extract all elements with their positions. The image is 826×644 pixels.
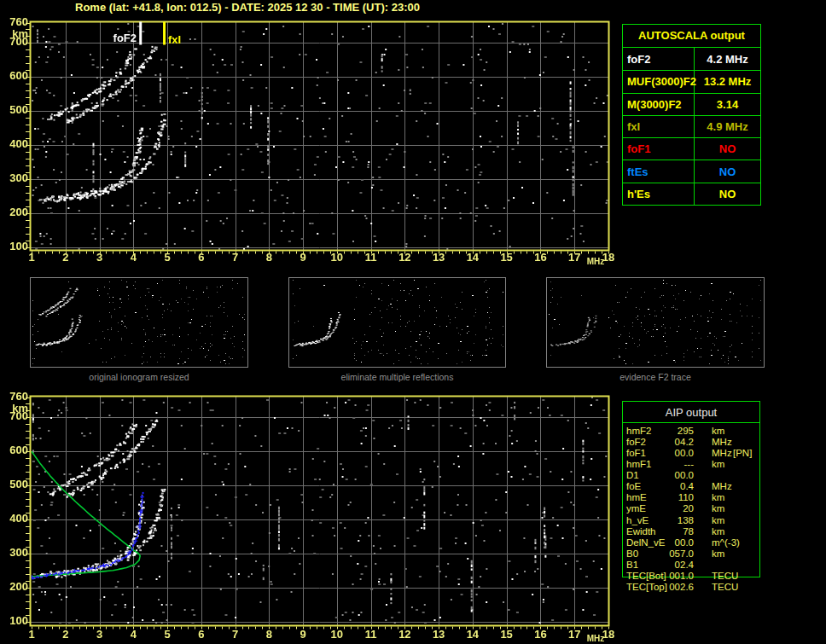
- x-axis-unit-label: MHz: [585, 257, 607, 266]
- top-ionogram-canvas: [26, 20, 611, 256]
- thumbnail-caption-original: original ionogram resized: [30, 372, 248, 382]
- autoscala-row-label: ftEs: [623, 160, 695, 182]
- aip-row: foF204.2MHz: [625, 437, 762, 448]
- y-tick-label: 300: [0, 172, 28, 184]
- thumbnail-eliminate-reflections: [288, 277, 506, 368]
- aip-row: hmF2295km: [625, 426, 762, 437]
- x-tick-label: 13: [427, 252, 451, 264]
- aip-row: ymE20km: [625, 503, 762, 514]
- autoscala-table-rows: foF24.2 MHzMUF(3000)F213.2 MHzM(3000)F23…: [623, 48, 760, 205]
- autoscala-table-title: AUTOSCALA output: [623, 25, 760, 48]
- aip-row: foF100.0MHz[PN]: [625, 448, 762, 459]
- window-title: Rome (lat: +41.8, lon: 012.5) - DATE: 20…: [75, 1, 420, 14]
- autoscala-row: foF1NO: [623, 137, 760, 160]
- x-tick-label: 16: [528, 629, 552, 641]
- autoscala-row-label: h'Es: [623, 183, 695, 205]
- aip-row-unit: km: [712, 503, 724, 514]
- y-tick-label: 200: [0, 206, 28, 218]
- x-tick-label: 3: [88, 629, 112, 641]
- aip-row-value: 0.4: [634, 481, 694, 492]
- aip-row-unit: MHz: [712, 481, 732, 492]
- thumbnail-evidence-f2-trace: [546, 277, 765, 368]
- autoscala-row-value: NO: [695, 160, 760, 182]
- x-tick-label: 2: [54, 629, 78, 641]
- x-tick-label: 5: [155, 629, 179, 641]
- x-tick-label: 17: [562, 252, 586, 264]
- aip-row: hmF1---km: [625, 459, 762, 470]
- x-tick-label: 4: [121, 252, 145, 264]
- aip-row-value: 138: [634, 515, 694, 526]
- aip-row-value: 00.0: [634, 448, 694, 459]
- aip-row-value: ---: [634, 459, 694, 470]
- thumbnail-caption-evidence: evidence F2 trace: [546, 372, 765, 382]
- x-tick-label: 11: [359, 252, 383, 264]
- autoscala-row: ftEsNO: [623, 160, 760, 182]
- y-tick-label: 500: [0, 104, 28, 116]
- aip-row-unit: MHz: [712, 448, 732, 459]
- aip-row-value: 00.0: [634, 470, 694, 481]
- aip-table-title: AIP output: [623, 402, 759, 423]
- bottom-ionogram-canvas: [26, 394, 611, 629]
- aip-row-unit: MHz: [712, 437, 732, 448]
- y-tick-label: 600: [0, 444, 28, 456]
- thumbnail-original-ionogram: [30, 277, 248, 368]
- x-tick-label: 2: [54, 252, 78, 264]
- x-tick-label: 3: [88, 252, 112, 264]
- aip-row-note: [PN]: [733, 448, 752, 459]
- x-tick-label: 6: [189, 629, 213, 641]
- y-tick-label: 100: [0, 615, 28, 627]
- y-tick-label: 400: [0, 513, 28, 525]
- aip-row-value: 04.2: [634, 437, 694, 448]
- autoscala-row: fxI4.9 MHz: [623, 115, 760, 137]
- aip-row: TEC[Top]002.6TECU: [625, 582, 762, 593]
- y-tick-label: 600: [0, 70, 28, 82]
- aip-row-value: 78: [634, 526, 694, 537]
- aip-row-value: 001.0: [634, 571, 694, 582]
- x-tick-label: 14: [461, 252, 485, 264]
- y-tick-label: 500: [0, 479, 28, 490]
- y-tick-label: 760: [0, 391, 28, 403]
- aip-row: h_vE138km: [625, 515, 762, 526]
- autoscala-row-label: M(3000)F2: [623, 94, 695, 115]
- autoscala-row-value: 4.9 MHz: [695, 116, 760, 137]
- y-axis-unit-label: km: [0, 403, 28, 415]
- aip-row-unit: TECU: [712, 582, 738, 593]
- x-tick-label: 13: [427, 629, 451, 641]
- autoscala-row-value: 4.2 MHz: [695, 48, 760, 70]
- autoscala-row-value: 13.2 MHz: [695, 71, 760, 92]
- aip-row-unit: km: [712, 492, 724, 503]
- aip-row: TEC[Bot]001.0TECU: [625, 571, 762, 582]
- aip-row-value: 002.6: [634, 582, 694, 593]
- y-axis-unit-label: km: [0, 28, 28, 40]
- foF2-marker-label: foF2: [101, 32, 137, 44]
- aip-row-value: 057.0: [634, 548, 694, 560]
- thumbnail-caption-eliminate: eliminate multiple reflections: [288, 372, 506, 382]
- x-tick-label: 12: [393, 629, 416, 641]
- aip-row-value: 110: [634, 492, 694, 503]
- autoscala-row-value: NO: [695, 138, 760, 160]
- x-tick-label: 8: [257, 629, 281, 641]
- y-tick-label: 400: [0, 138, 28, 150]
- aip-row-unit: km: [712, 426, 724, 437]
- x-tick-label: 14: [461, 629, 485, 641]
- aip-row-unit: km: [712, 459, 724, 470]
- x-tick-label: 15: [495, 629, 519, 641]
- aip-row: DelN_vE00.0m^(-3): [625, 537, 762, 548]
- x-tick-label: 12: [393, 252, 416, 264]
- autoscala-table: AUTOSCALA output foF24.2 MHzMUF(3000)F21…: [622, 24, 761, 206]
- y-tick-label: 100: [0, 241, 28, 252]
- x-tick-label: 5: [155, 252, 179, 264]
- x-tick-label: 1: [20, 629, 44, 641]
- autoscala-row-value: 3.14: [695, 94, 760, 115]
- aip-row: B102.4: [625, 560, 762, 571]
- x-tick-label: 15: [495, 252, 519, 264]
- y-tick-label: 200: [0, 581, 28, 593]
- autoscala-row: MUF(3000)F213.2 MHz: [623, 70, 760, 92]
- aip-row-value: 02.4: [634, 560, 694, 571]
- x-tick-label: 10: [325, 629, 349, 641]
- aip-row-value: 295: [634, 426, 694, 437]
- autoscala-row-label: foF1: [623, 138, 695, 160]
- x-tick-label: 9: [291, 252, 315, 264]
- aip-row: foE0.4MHz: [625, 481, 762, 492]
- x-axis-unit-label: MHz: [585, 634, 607, 643]
